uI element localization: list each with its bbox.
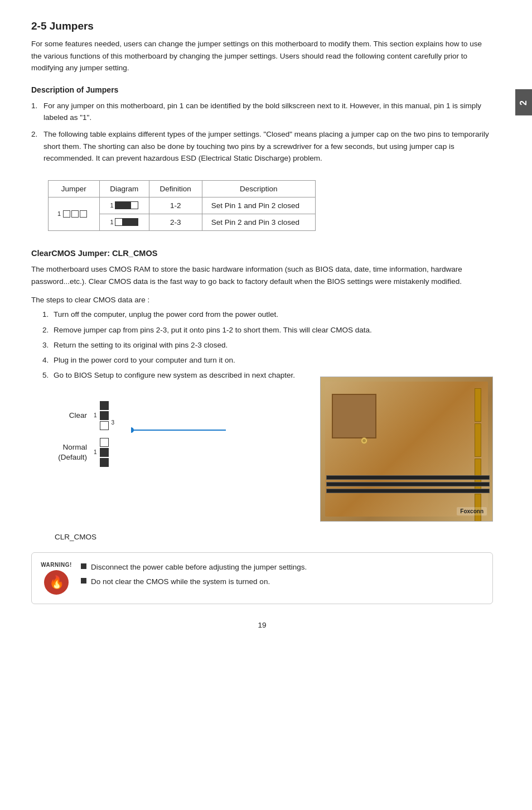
motherboard-image: Foxconn bbox=[320, 377, 493, 522]
connector-arrow-svg bbox=[131, 427, 231, 433]
clear-pin-numbers: 1 bbox=[94, 412, 97, 418]
clrcmos-diagram-label: CLR_CMOS bbox=[55, 533, 493, 541]
clear-group: Clear 1 1 2 3 bbox=[48, 401, 114, 430]
step-3: 3. Return the setting to its original wi… bbox=[42, 339, 493, 351]
desc-item-1-num: 1. bbox=[31, 100, 40, 124]
step-2-text: Remove jumper cap from pins 2-3, put it … bbox=[54, 324, 372, 336]
normal-pin-diagram: 1 1 2 3 bbox=[94, 438, 114, 467]
jumper-table: Jumper Diagram Definition Description 1 bbox=[48, 180, 316, 231]
intro-text: For some features needed, users can chan… bbox=[31, 38, 493, 74]
warning-bullet-2 bbox=[81, 578, 86, 584]
diag2-pin2 bbox=[123, 218, 130, 226]
jumper-table-container: Jumper Diagram Definition Description 1 bbox=[48, 180, 493, 231]
step-2-num: 2. bbox=[42, 324, 50, 336]
clear-right-nums: 1 2 3 bbox=[112, 405, 115, 426]
warning-bullet-1 bbox=[81, 563, 86, 569]
clear-num1: 1 bbox=[94, 412, 97, 418]
diag-1-label: 1 bbox=[110, 202, 114, 209]
normal-num1: 1 bbox=[94, 449, 97, 455]
clear-pin3 bbox=[100, 421, 109, 430]
normal-label: Normal(Default) bbox=[48, 442, 87, 462]
definition-2-3: 2-3 bbox=[149, 214, 202, 230]
table-header-definition: Definition bbox=[149, 180, 202, 197]
step-4: 4. Plug in the power cord to your comput… bbox=[42, 354, 493, 367]
clear-pin2 bbox=[100, 411, 109, 420]
warning-list: Disconnect the power cable before adjust… bbox=[81, 562, 307, 591]
description-1-2: Set Pin 1 and Pin 2 closed bbox=[202, 197, 315, 214]
diagram-2-3: 1 bbox=[109, 218, 140, 226]
brand-label: Foxconn bbox=[457, 507, 487, 515]
clrcmos-inner bbox=[362, 439, 366, 442]
page-title: 2-5 Jumpers bbox=[31, 20, 493, 32]
normal-pins bbox=[100, 438, 109, 467]
section-tab: 2 bbox=[515, 89, 532, 115]
table-header-description: Description bbox=[202, 180, 315, 197]
ram-slot-2 bbox=[475, 423, 481, 457]
ram-slots bbox=[475, 388, 481, 522]
table-header-diagram: Diagram bbox=[99, 180, 149, 197]
normal-pin2 bbox=[100, 448, 109, 457]
normal-pin1 bbox=[100, 438, 109, 447]
jumper-pin1-box bbox=[63, 210, 70, 218]
description-2-3: Set Pin 2 and Pin 3 closed bbox=[202, 214, 315, 230]
step-4-num: 4. bbox=[42, 354, 50, 367]
step-5-text: Go to BIOS Setup to configure new system… bbox=[54, 369, 295, 382]
clrcmos-heading: ClearCMOS Jumper: CLR_CMOS bbox=[31, 249, 493, 258]
jumper-3pin-visual: 1 bbox=[57, 210, 90, 218]
normal-group: Normal(Default) 1 1 2 3 bbox=[48, 438, 114, 467]
cpu-socket bbox=[332, 394, 376, 438]
step-5-num: 5. bbox=[42, 369, 50, 382]
definition-1-2: 1-2 bbox=[149, 197, 202, 214]
clear-pins bbox=[100, 401, 109, 430]
normal-right-nums: 1 2 3 bbox=[112, 442, 115, 462]
clear-pin1 bbox=[100, 401, 109, 410]
step-1-num: 1. bbox=[42, 308, 50, 321]
step-3-num: 3. bbox=[42, 339, 50, 351]
diag2-pin1 bbox=[115, 218, 123, 226]
warning-text-2: Do not clear the CMOS while the system i… bbox=[91, 576, 270, 587]
description-list: 1. For any jumper on this motherboard, p… bbox=[31, 100, 493, 165]
description-heading: Description of Jumpers bbox=[31, 85, 493, 94]
ram-slot-1 bbox=[475, 388, 481, 422]
desc-item-2-text: The following table explains different t… bbox=[43, 128, 493, 165]
jumper-image-cell: 1 bbox=[49, 197, 100, 230]
warning-text-label: WARNING! bbox=[41, 562, 72, 568]
desc-item-1-text: For any jumper on this motherboard, pin … bbox=[43, 100, 493, 124]
desc-item-1: 1. For any jumper on this motherboard, p… bbox=[31, 100, 493, 124]
steps-list: 1. Turn off the computer, unplug the pow… bbox=[31, 308, 493, 382]
diag2-pin3 bbox=[130, 218, 138, 226]
diagram-cell-1: 1 bbox=[99, 197, 149, 214]
pcie-slot-1 bbox=[326, 475, 490, 480]
warning-item-2: Do not clear the CMOS while the system i… bbox=[81, 576, 307, 587]
step-2: 2. Remove jumper cap from pins 2-3, put … bbox=[42, 324, 493, 336]
warning-section: WARNING! 🔥 Disconnect the power cable be… bbox=[31, 552, 493, 604]
clear-label-group: Clear 1 1 2 3 bbox=[48, 401, 114, 467]
step-1-text: Turn off the computer, unplug the power … bbox=[54, 308, 278, 321]
desc-item-2: 2. The following table explains differen… bbox=[31, 128, 493, 165]
warning-icon: 🔥 bbox=[44, 570, 69, 595]
desc-item-2-num: 2. bbox=[31, 128, 40, 165]
diag2-1-label: 1 bbox=[110, 219, 114, 225]
diag-pin1 bbox=[115, 201, 123, 209]
steps-intro: The steps to clear CMOS data are : bbox=[31, 296, 493, 304]
diagram-section: Clear 1 1 2 3 bbox=[48, 393, 493, 522]
pcie-slot-3 bbox=[326, 489, 490, 493]
step-4-text: Plug in the power cord to your computer … bbox=[54, 354, 235, 367]
diagram-1-2: 1 bbox=[109, 201, 140, 209]
diag-pin3 bbox=[130, 201, 138, 209]
jumper-pin1-label: 1 bbox=[57, 210, 61, 217]
pcie-slots bbox=[326, 475, 490, 493]
page-content: 2 2-5 Jumpers For some features needed, … bbox=[0, 0, 532, 652]
diagram-cell-2: 1 bbox=[99, 214, 149, 230]
table-header-jumper: Jumper bbox=[49, 180, 100, 197]
jumper-pin2-box bbox=[71, 210, 79, 218]
warning-icon-group: WARNING! 🔥 bbox=[40, 562, 73, 595]
warning-flame: 🔥 bbox=[49, 575, 64, 590]
arrow-row bbox=[131, 427, 298, 433]
clrcmos-diagram-col bbox=[131, 393, 298, 433]
clear-num3: 3 bbox=[112, 420, 115, 426]
normal-pin-numbers: 1 bbox=[94, 449, 97, 455]
clrcmos-marker bbox=[361, 437, 367, 444]
page-number: 19 bbox=[31, 621, 493, 629]
jumper-pin3-box bbox=[80, 210, 87, 218]
